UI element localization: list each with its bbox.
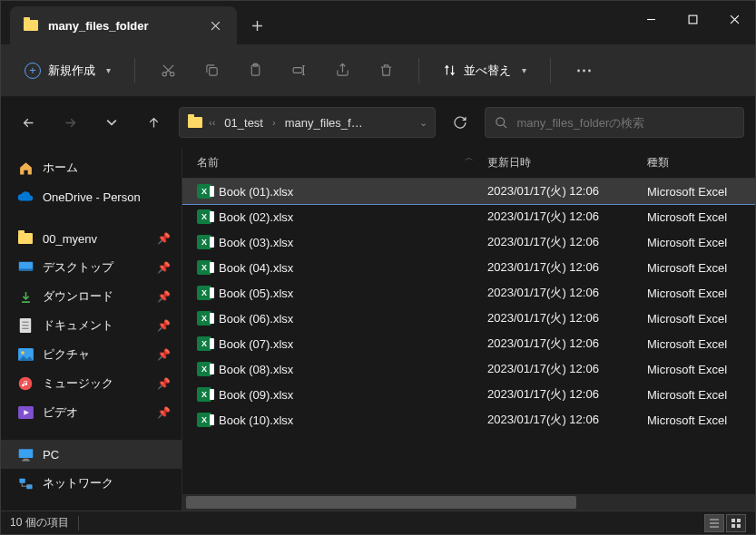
- chevron-down-icon[interactable]: ⌄: [419, 117, 427, 129]
- breadcrumb-item[interactable]: many_files_f…: [281, 114, 367, 131]
- file-row[interactable]: XBook (02).xlsx2023/01/17(火) 12:06Micros…: [182, 204, 755, 229]
- file-row[interactable]: XBook (01).xlsx2023/01/17(火) 12:06Micros…: [182, 179, 755, 204]
- copy-icon[interactable]: [193, 54, 230, 87]
- file-name: Book (03).xlsx: [219, 236, 293, 249]
- file-name: Book (06).xlsx: [219, 312, 293, 326]
- view-mode-buttons: [704, 514, 746, 532]
- sidebar-item[interactable]: ホーム: [1, 153, 182, 182]
- excel-icon: X: [197, 209, 211, 224]
- sidebar-item[interactable]: ドキュメント📌: [1, 311, 182, 340]
- desktop-icon: [17, 259, 34, 276]
- delete-icon[interactable]: [368, 54, 404, 87]
- paste-icon[interactable]: [237, 54, 273, 87]
- sort-button[interactable]: 並べ替え ▾: [434, 57, 535, 84]
- file-row[interactable]: XBook (04).xlsx2023/01/17(火) 12:06Micros…: [182, 255, 755, 280]
- folder-icon: [187, 114, 203, 131]
- column-type[interactable]: 種類: [647, 155, 755, 170]
- music-icon: [17, 375, 34, 392]
- chevron-up-icon[interactable]: ︿: [465, 151, 474, 164]
- new-label: 新規作成: [48, 63, 95, 79]
- tab-current[interactable]: many_files_folder: [10, 6, 237, 44]
- forward-button[interactable]: [54, 106, 86, 139]
- sort-label: 並べ替え: [464, 63, 511, 79]
- excel-icon: X: [197, 311, 211, 326]
- file-row[interactable]: XBook (03).xlsx2023/01/17(火) 12:06Micros…: [182, 229, 755, 255]
- file-row[interactable]: XBook (07).xlsx2023/01/17(火) 12:06Micros…: [182, 331, 755, 356]
- recent-button[interactable]: [95, 106, 128, 139]
- sidebar-item[interactable]: ピクチャ📌: [1, 340, 182, 369]
- file-name: Book (04).xlsx: [219, 261, 293, 275]
- more-icon[interactable]: [565, 54, 602, 87]
- up-button[interactable]: [137, 106, 170, 139]
- file-list[interactable]: XBook (01).xlsx2023/01/17(火) 12:06Micros…: [182, 179, 755, 494]
- svg-rect-27: [737, 519, 741, 522]
- file-name: Book (09).xlsx: [219, 388, 293, 402]
- sidebar-item[interactable]: OneDrive - Person: [1, 182, 182, 211]
- sidebar-item[interactable]: ダウンロード📌: [1, 282, 182, 311]
- horizontal-scrollbar[interactable]: [182, 494, 755, 511]
- file-row[interactable]: XBook (10).xlsx2023/01/17(火) 12:06Micros…: [182, 407, 755, 433]
- folder-icon: [17, 230, 34, 247]
- file-row[interactable]: XBook (09).xlsx2023/01/17(火) 12:06Micros…: [182, 382, 755, 407]
- column-date[interactable]: 更新日時: [487, 155, 647, 170]
- file-date: 2023/01/17(火) 12:06: [487, 386, 647, 403]
- back-button[interactable]: [12, 106, 44, 139]
- scrollbar-thumb[interactable]: [186, 496, 576, 509]
- sidebar[interactable]: ホームOneDrive - Person00_myenv📌デスクトップ📌ダウンロ…: [1, 148, 182, 511]
- rename-icon[interactable]: [280, 54, 317, 87]
- network-icon: [17, 475, 34, 491]
- maximize-button[interactable]: [672, 1, 713, 37]
- excel-icon: X: [197, 336, 211, 351]
- new-button[interactable]: + 新規作成 ▾: [15, 57, 120, 84]
- sidebar-item[interactable]: ネットワーク: [1, 469, 182, 498]
- download-icon: [17, 288, 34, 305]
- address-bar: ‹‹ 01_test › many_files_f… ⌄: [1, 97, 755, 148]
- svg-point-18: [21, 351, 25, 355]
- chevron-left-icon[interactable]: ‹‹: [209, 117, 215, 128]
- new-tab-button[interactable]: [237, 6, 277, 44]
- svg-rect-14: [22, 322, 28, 323]
- file-row[interactable]: XBook (06).xlsx2023/01/17(火) 12:06Micros…: [182, 306, 755, 331]
- sidebar-item[interactable]: 00_myenv📌: [1, 224, 182, 253]
- breadcrumb-item[interactable]: 01_test: [221, 114, 267, 131]
- share-icon[interactable]: [324, 54, 360, 87]
- details-view-button[interactable]: [704, 514, 724, 532]
- svg-rect-23: [22, 460, 30, 461]
- file-name: Book (02).xlsx: [219, 210, 293, 224]
- svg-rect-21: [18, 449, 33, 458]
- video-icon: [17, 404, 34, 421]
- toolbar: + 新規作成 ▾ 並べ替え ▾: [1, 44, 755, 97]
- sidebar-item[interactable]: ミュージック📌: [1, 369, 182, 398]
- refresh-button[interactable]: [445, 107, 476, 138]
- close-window-button[interactable]: [713, 1, 755, 37]
- sidebar-item[interactable]: ビデオ📌: [1, 398, 182, 427]
- excel-icon: X: [197, 184, 211, 199]
- document-icon: [17, 317, 34, 334]
- file-type: Microsoft Excel: [647, 236, 755, 249]
- file-type: Microsoft Excel: [647, 185, 755, 199]
- breadcrumb[interactable]: ‹‹ 01_test › many_files_f… ⌄: [179, 107, 436, 138]
- sidebar-item[interactable]: デスクトップ📌: [1, 253, 182, 282]
- file-name: Book (01).xlsx: [219, 185, 293, 199]
- svg-point-1: [162, 73, 166, 76]
- sidebar-item-label: ホーム: [43, 160, 78, 176]
- sidebar-item[interactable]: PC: [1, 440, 182, 469]
- cut-icon[interactable]: [150, 54, 186, 87]
- divider: [550, 58, 551, 83]
- file-row[interactable]: XBook (08).xlsx2023/01/17(火) 12:06Micros…: [182, 356, 755, 382]
- pin-icon: 📌: [157, 261, 171, 274]
- chevron-down-icon: ▾: [106, 65, 111, 75]
- sidebar-item-label: OneDrive - Person: [43, 190, 141, 204]
- close-tab-icon[interactable]: [206, 16, 224, 34]
- file-name: Book (10).xlsx: [219, 413, 293, 427]
- pin-icon: 📌: [157, 406, 171, 419]
- minimize-button[interactable]: [630, 1, 672, 37]
- file-date: 2023/01/17(火) 12:06: [487, 412, 647, 428]
- search-box[interactable]: [485, 107, 745, 138]
- column-name[interactable]: 名前: [197, 155, 487, 170]
- svg-point-7: [577, 69, 580, 72]
- search-input[interactable]: [517, 116, 735, 130]
- icons-view-button[interactable]: [726, 514, 746, 532]
- file-row[interactable]: XBook (05).xlsx2023/01/17(火) 12:06Micros…: [182, 280, 755, 306]
- pin-icon: 📌: [157, 232, 171, 245]
